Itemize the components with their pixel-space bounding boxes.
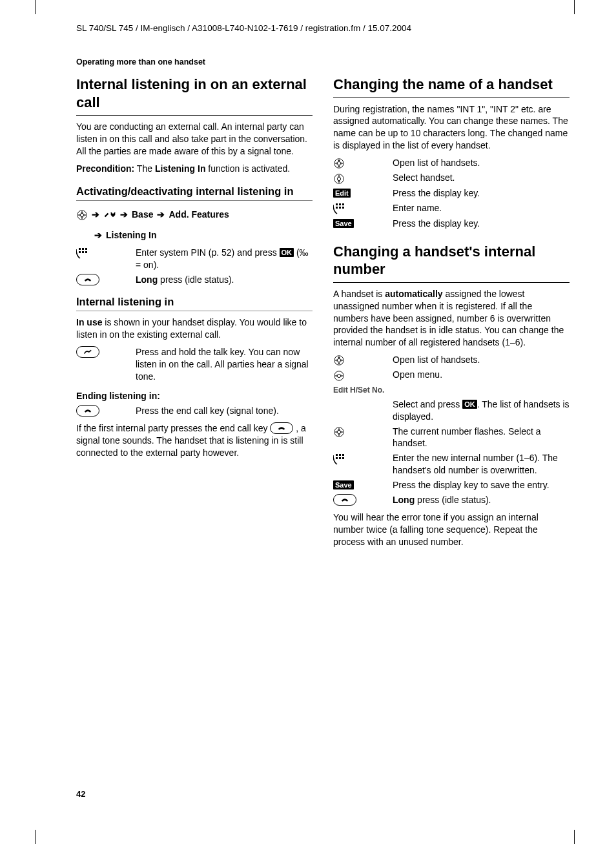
heading-changing-number: Changing a handset's internal number [333,243,570,283]
crop-mark [574,0,575,14]
endcall-key-icon [270,422,293,434]
svg-point-19 [337,359,340,362]
svg-rect-16 [339,207,341,209]
text: A handset is [333,289,385,299]
svg-rect-15 [336,207,338,209]
svg-rect-27 [336,457,338,459]
text: Select and press [393,399,462,409]
text: If the first internal party presses the … [76,423,270,433]
long-label: Long [393,495,415,505]
svg-rect-24 [336,454,338,456]
step-row: Long press (idle status). [76,274,313,286]
page-number: 42 [76,789,85,799]
crop-mark [574,830,575,844]
svg-point-1 [80,213,83,216]
arrow-icon: ➔ [94,227,102,244]
step-text: Press the display key. [393,218,570,230]
paragraph: You will hear the error tone if you assi… [333,511,570,548]
svg-rect-12 [336,203,338,205]
nav-key-icon [76,206,88,223]
svg-rect-3 [82,248,84,250]
ok-key: OK [462,400,477,409]
text-bold: automatically [385,289,442,299]
step-row: The current number flashes. Select a han… [333,426,570,450]
talk-key-icon [76,346,136,383]
menu-item-edit-hset: Edit H/Set No. [333,386,570,395]
arrow-icon: ➔ [92,206,99,223]
step-row: Enter name. [333,202,570,215]
edit-key: Edit [333,189,351,198]
step-text: Enter name. [393,202,570,215]
precondition: Precondition: The Listening In function … [76,163,313,175]
svg-rect-13 [339,203,341,205]
nav-key-icon [333,426,393,450]
function-name: Listening In [155,163,206,174]
text: Enter system PIN (p. 52) and press [136,247,280,258]
arrow-icon: ➔ [157,206,165,223]
endcall-key-icon [76,274,136,286]
ok-key: OK [280,248,294,257]
heading-activating: Activating/deactivating internal listeni… [76,185,313,201]
text: press (idle status). [158,274,234,285]
heading-ending: Ending listening in: [76,391,313,401]
endcall-key-icon [333,494,393,506]
step-text: Open menu. [393,369,570,381]
svg-rect-4 [85,248,87,250]
step-text: Long press (idle status). [393,494,570,506]
svg-point-9 [337,162,340,165]
text: press (idle status). [415,495,491,505]
right-column: Changing the name of a handset During re… [333,76,570,553]
step-row: Save Press the display key. [333,218,570,230]
section-title: Operating more than one handset [76,57,570,67]
nav-key-icon [333,369,393,381]
content-columns: Internal listening in on an external cal… [76,76,570,553]
keypad-icon [76,247,136,271]
step-text: Select handset. [393,172,570,184]
heading-internal-listening-in: Internal listening in [76,296,313,311]
step-text: Press the display key to save the entry. [393,479,570,491]
svg-point-23 [337,430,340,433]
step-text: Enter the new internal number (1–6). The… [393,452,570,477]
save-key: Save [333,219,354,228]
paragraph: A handset is automatically assigned the … [333,288,570,349]
nav-key-icon [333,172,393,184]
save-key: Save [333,480,354,489]
keypad-icon [333,452,393,477]
paragraph: If the first internal party presses the … [76,422,313,459]
heading-internal-listening: Internal listening in on an external cal… [76,76,313,116]
svg-rect-2 [79,248,81,250]
crop-mark [35,830,36,844]
step-row: Open menu. [333,369,570,381]
heading-changing-name: Changing the name of a handset [333,76,570,98]
svg-rect-5 [79,251,81,253]
paragraph: You are conducting an external call. An … [76,121,313,158]
svg-rect-29 [342,457,344,459]
step-text: Press the end call key (signal tone). [136,405,313,417]
svg-rect-28 [339,457,341,459]
step-row: Press and hold the talk key. You can now… [76,346,313,383]
paragraph: During registration, the names "INT 1", … [333,103,570,152]
keypad-icon [333,202,393,215]
in-use-label: In use [76,317,102,327]
nav-key-icon [333,354,393,366]
step-text: Press and hold the talk key. You can now… [136,346,313,383]
arrow-icon: ➔ [120,206,128,223]
nav-item-base: Base [132,206,153,223]
long-label: Long [136,274,158,285]
header-path: SL 740/SL 745 / IM-englisch / A31008-L74… [76,23,570,33]
page: SL 740/SL 745 / IM-englisch / A31008-L74… [0,0,616,844]
step-text: Enter system PIN (p. 52) and press OK (‰… [136,247,313,271]
step-row: Edit Press the display key. [333,187,570,200]
step-row: Save Press the display key to save the e… [333,479,570,491]
step-row: Long press (idle status). [333,494,570,506]
svg-rect-14 [342,203,344,205]
step-text: Long press (idle status). [136,274,313,286]
nav-item-listening: Listening In [106,227,157,244]
text: The [134,163,155,174]
step-row: Enter system PIN (p. 52) and press OK (‰… [76,247,313,271]
svg-rect-25 [339,454,341,456]
menu-path: ➔ ➔ Base ➔ Add. Features ➔ Listening In [76,206,313,244]
step-row: Press the end call key (signal tone). [76,405,313,417]
endcall-key-icon [76,405,136,417]
step-text: Open list of handsets. [393,354,570,366]
